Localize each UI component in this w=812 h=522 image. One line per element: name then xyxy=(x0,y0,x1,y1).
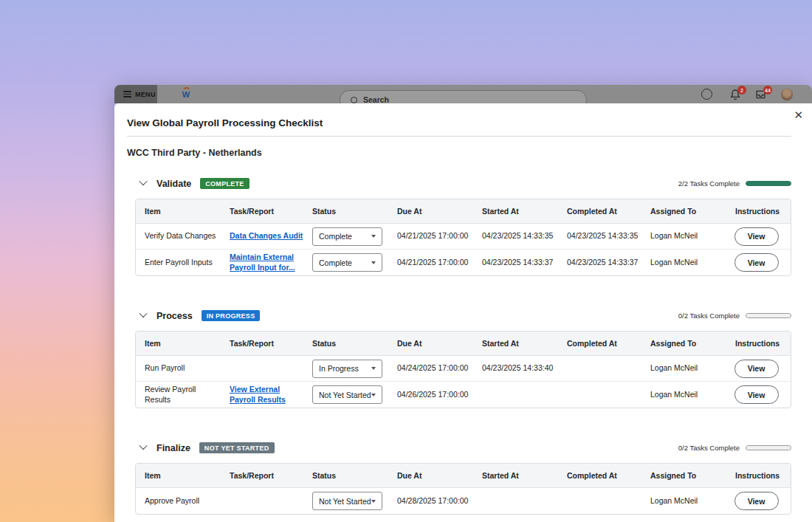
inbox-badge: 44 xyxy=(763,86,772,95)
tasks-complete-label: 0/2 Tasks Complete xyxy=(678,312,740,320)
due-at-cell: 04/21/2025 17:00:00 xyxy=(388,258,473,267)
workday-logo[interactable]: W xyxy=(179,87,193,103)
item-cell: Enter Payroll Inputs xyxy=(136,258,221,267)
validate-table: Item Task/Report Status Due At Started A… xyxy=(135,199,791,276)
page-title: View Global Payroll Processing Checklist xyxy=(114,103,812,128)
assigned-to-cell: Logan McNeil xyxy=(641,258,726,267)
user-avatar[interactable] xyxy=(781,89,793,100)
col-header: Started At xyxy=(473,471,558,480)
chevron-down-icon[interactable] xyxy=(139,176,147,185)
progress-bar xyxy=(746,445,791,450)
workday-logo-arc-icon xyxy=(182,87,190,95)
progress-bar xyxy=(746,313,791,318)
checklist-subtitle: WCC Third Party - Netherlands xyxy=(127,148,791,158)
col-header: Started At xyxy=(473,207,558,216)
section-title: Process xyxy=(156,311,193,321)
col-header: Item xyxy=(136,207,221,216)
col-header: Completed At xyxy=(558,207,641,216)
inbox-button[interactable]: 44 xyxy=(754,89,767,103)
table-row: Approve Payroll Not Yet Started 04/28/20… xyxy=(136,488,791,514)
table-row: Review Payroll Results View External Pay… xyxy=(136,382,791,408)
item-cell: Verify Data Changes xyxy=(136,231,221,241)
col-header: Due At xyxy=(388,471,473,480)
assistant-icon[interactable] xyxy=(701,89,712,100)
col-header: Task/Report xyxy=(221,339,303,348)
view-button[interactable]: View xyxy=(734,227,779,246)
topbar-icons: 2 44 xyxy=(694,85,812,103)
assigned-to-cell: Logan McNeil xyxy=(641,231,726,241)
col-header: Due At xyxy=(388,339,473,348)
assigned-to-cell: Logan McNeil xyxy=(641,390,726,399)
status-dropdown[interactable]: In Progress xyxy=(312,360,382,378)
col-header: Assigned To xyxy=(641,339,726,348)
section-title: Finalize xyxy=(156,443,190,453)
process-table: Item Task/Report Status Due At Started A… xyxy=(135,331,791,408)
dropdown-arrow-icon xyxy=(371,261,376,264)
section-title: Validate xyxy=(156,179,191,189)
notifications-button[interactable]: 2 xyxy=(729,89,741,103)
task-report-link[interactable]: Data Changes Audit xyxy=(230,231,303,240)
status-badge: IN PROGRESS xyxy=(202,310,261,321)
close-icon[interactable]: ✕ xyxy=(794,109,803,120)
search-icon xyxy=(351,97,357,103)
col-header: Status xyxy=(303,471,388,480)
started-at-cell: 04/23/2025 14:33:37 xyxy=(473,258,558,267)
col-header: Instructions xyxy=(726,207,791,216)
started-at-cell: 04/23/2025 14:33:40 xyxy=(473,363,558,373)
col-header: Status xyxy=(303,207,388,216)
workday-window: MENU W 2 44 xyxy=(114,85,812,522)
col-header: Completed At xyxy=(558,339,641,348)
col-header: Item xyxy=(136,339,221,348)
item-cell: Review Payroll Results xyxy=(136,385,221,404)
chevron-down-icon[interactable] xyxy=(139,441,147,449)
view-button[interactable]: View xyxy=(734,385,779,404)
col-header: Task/Report xyxy=(221,207,303,216)
checklist-modal: ✕ View Global Payroll Processing Checkli… xyxy=(114,103,812,522)
menu-label: MENU xyxy=(135,91,156,98)
notifications-badge: 2 xyxy=(737,86,746,95)
task-report-link[interactable]: Maintain External Payroll Input for... xyxy=(230,253,295,271)
status-badge: NOT YET STARTED xyxy=(199,442,275,453)
completed-at-cell: 04/23/2025 14:33:37 xyxy=(558,258,641,267)
col-header: Assigned To xyxy=(641,207,726,216)
table-header-row: Item Task/Report Status Due At Started A… xyxy=(136,464,791,488)
section-finalize: Finalize NOT YET STARTED 0/2 Tasks Compl… xyxy=(135,442,791,515)
table-row: Verify Data Changes Data Changes Audit C… xyxy=(136,224,791,250)
dropdown-arrow-icon xyxy=(371,367,376,370)
search-input[interactable] xyxy=(363,95,511,103)
table-row: Run Payroll In Progress 04/24/2025 17:00… xyxy=(136,356,791,382)
col-header: Instructions xyxy=(726,471,791,480)
view-button[interactable]: View xyxy=(734,492,779,510)
finalize-table: Item Task/Report Status Due At Started A… xyxy=(135,463,791,515)
chevron-down-icon[interactable] xyxy=(139,309,147,317)
completed-at-cell: 04/23/2025 14:33:35 xyxy=(558,231,641,241)
dropdown-arrow-icon xyxy=(371,500,376,503)
menu-button[interactable]: MENU xyxy=(114,85,157,103)
status-dropdown[interactable]: Complete xyxy=(312,227,382,246)
due-at-cell: 04/26/2025 17:00:00 xyxy=(388,390,473,399)
col-header: Completed At xyxy=(558,471,641,480)
progress-bar xyxy=(746,181,791,186)
title-divider xyxy=(127,136,791,137)
section-validate: Validate COMPLETE 2/2 Tasks Complete Ite… xyxy=(135,178,791,276)
item-cell: Run Payroll xyxy=(136,363,221,373)
app-topbar: MENU W 2 44 xyxy=(114,85,812,103)
status-dropdown[interactable]: Complete xyxy=(312,253,382,272)
task-report-link[interactable]: View External Payroll Results xyxy=(230,385,286,403)
col-header: Started At xyxy=(473,339,558,348)
view-button[interactable]: View xyxy=(734,253,779,272)
table-header-row: Item Task/Report Status Due At Started A… xyxy=(136,199,791,224)
dropdown-arrow-icon xyxy=(371,235,376,238)
table-header-row: Item Task/Report Status Due At Started A… xyxy=(136,332,791,356)
due-at-cell: 04/28/2025 17:00:00 xyxy=(388,496,473,506)
due-at-cell: 04/24/2025 17:00:00 xyxy=(388,363,473,373)
view-button[interactable]: View xyxy=(734,360,779,378)
status-dropdown[interactable]: Not Yet Started xyxy=(312,385,382,404)
col-header: Task/Report xyxy=(221,471,303,480)
global-search-bar[interactable] xyxy=(340,90,587,103)
tasks-complete-label: 0/2 Tasks Complete xyxy=(678,444,740,452)
status-dropdown[interactable]: Not Yet Started xyxy=(312,492,382,510)
col-header: Item xyxy=(136,471,221,480)
hamburger-menu-icon xyxy=(123,91,131,97)
item-cell: Approve Payroll xyxy=(136,496,221,506)
